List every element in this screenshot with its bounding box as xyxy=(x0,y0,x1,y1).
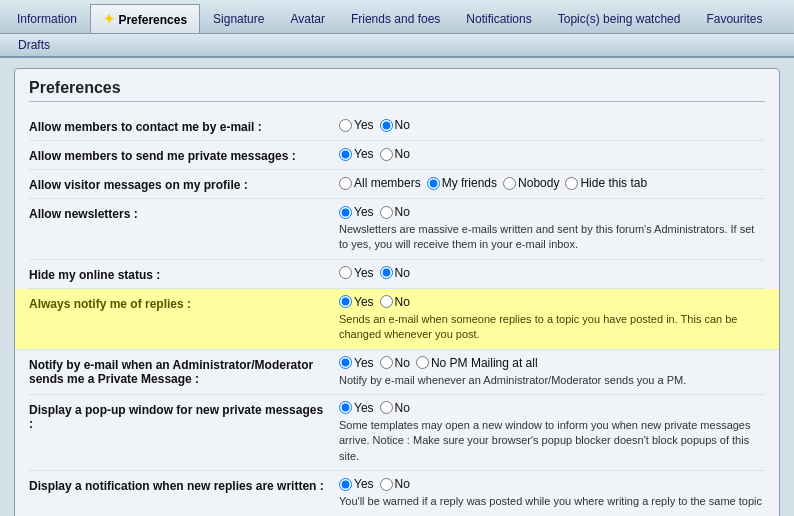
radio-group-notify-pm: Yes No No PM Mailing at all xyxy=(339,356,765,370)
pref-row-newsletters: Allow newsletters : Yes No Newsletters a… xyxy=(29,199,765,260)
tab-avatar[interactable]: Avatar xyxy=(277,5,337,32)
desc-popup-pm: Some templates may open a new window to … xyxy=(339,418,765,464)
radio-npm-nomailing[interactable]: No PM Mailing at all xyxy=(416,356,538,370)
radio-popup-yes[interactable]: Yes xyxy=(339,401,374,415)
star-icon: ✦ xyxy=(103,11,115,27)
label-private-messages: Allow members to send me private message… xyxy=(29,147,339,163)
radio-nw-yes[interactable]: Yes xyxy=(339,477,374,491)
controls-notify-replies: Yes No Sends an e-mail when someone repl… xyxy=(339,295,765,343)
controls-private-messages: Yes No xyxy=(339,147,765,161)
label-notify-writing: Display a notification when new replies … xyxy=(29,477,339,493)
tab-preferences[interactable]: ✦ Preferences xyxy=(90,4,200,33)
label-contact-email: Allow members to contact me by e-mail : xyxy=(29,118,339,134)
radio-group-private-messages: Yes No xyxy=(339,147,765,161)
radio-vm-nobody[interactable]: Nobody xyxy=(503,176,559,190)
controls-notify-writing: Yes No You'll be warned if a reply was p… xyxy=(339,477,765,509)
controls-online-status: Yes No xyxy=(339,266,765,280)
label-notify-pm: Notify by e-mail when an Administrator/M… xyxy=(29,356,339,386)
label-notify-replies: Always notify me of replies : xyxy=(29,295,339,311)
radio-popup-no[interactable]: No xyxy=(380,401,410,415)
label-newsletters: Allow newsletters : xyxy=(29,205,339,221)
radio-vm-all[interactable]: All members xyxy=(339,176,421,190)
radio-npm-no[interactable]: No xyxy=(380,356,410,370)
tab-information[interactable]: Information xyxy=(4,5,90,32)
radio-group-notify-writing: Yes No xyxy=(339,477,765,491)
radio-os-no[interactable]: No xyxy=(380,266,410,280)
preferences-title: Preferences xyxy=(29,79,765,102)
pref-row-contact-email: Allow members to contact me by e-mail : … xyxy=(29,112,765,141)
pref-row-online-status: Hide my online status : Yes No xyxy=(29,260,765,289)
tab-signature[interactable]: Signature xyxy=(200,5,277,32)
second-nav: Drafts xyxy=(0,34,794,58)
desc-notify-pm: Notify by e-mail whenever an Administrat… xyxy=(339,373,765,388)
controls-visitor-messages: All members My friends Nobody Hide this … xyxy=(339,176,765,190)
controls-contact-email: Yes No xyxy=(339,118,765,132)
tab-topics-watched[interactable]: Topic(s) being watched xyxy=(545,5,694,32)
tab-friends-foes[interactable]: Friends and foes xyxy=(338,5,453,32)
controls-newsletters: Yes No Newsletters are massive e-mails w… xyxy=(339,205,765,253)
radio-contact-email-yes[interactable]: Yes xyxy=(339,118,374,132)
label-visitor-messages: Allow visitor messages on my profile : xyxy=(29,176,339,192)
radio-pm-yes[interactable]: Yes xyxy=(339,147,374,161)
main-content: Preferences Allow members to contact me … xyxy=(0,58,794,516)
pref-row-visitor-messages: Allow visitor messages on my profile : A… xyxy=(29,170,765,199)
pref-row-notify-replies: Always notify me of replies : Yes No Sen… xyxy=(15,289,779,350)
radio-os-yes[interactable]: Yes xyxy=(339,266,374,280)
radio-vm-hide[interactable]: Hide this tab xyxy=(565,176,647,190)
desc-notify-replies: Sends an e-mail when someone replies to … xyxy=(339,312,765,343)
pref-row-popup-pm: Display a pop-up window for new private … xyxy=(29,395,765,471)
desc-notify-writing: You'll be warned if a reply was posted w… xyxy=(339,494,765,509)
radio-vm-friends[interactable]: My friends xyxy=(427,176,497,190)
label-popup-pm: Display a pop-up window for new private … xyxy=(29,401,339,431)
radio-nr-yes[interactable]: Yes xyxy=(339,295,374,309)
radio-pm-no[interactable]: No xyxy=(380,147,410,161)
radio-nl-no[interactable]: No xyxy=(380,205,410,219)
radio-npm-yes[interactable]: Yes xyxy=(339,356,374,370)
tab-favourites[interactable]: Favourites xyxy=(693,5,775,32)
controls-notify-pm: Yes No No PM Mailing at all Notify by e-… xyxy=(339,356,765,388)
controls-popup-pm: Yes No Some templates may open a new win… xyxy=(339,401,765,464)
radio-group-online-status: Yes No xyxy=(339,266,765,280)
radio-nw-no[interactable]: No xyxy=(380,477,410,491)
radio-group-newsletters: Yes No xyxy=(339,205,765,219)
radio-group-visitor-messages: All members My friends Nobody Hide this … xyxy=(339,176,765,190)
radio-contact-email-no[interactable]: No xyxy=(380,118,410,132)
pref-row-notify-pm: Notify by e-mail when an Administrator/M… xyxy=(29,350,765,395)
radio-nr-no[interactable]: No xyxy=(380,295,410,309)
preferences-panel: Preferences Allow members to contact me … xyxy=(14,68,780,516)
desc-newsletters: Newsletters are massive e-mails written … xyxy=(339,222,765,253)
pref-row-private-messages: Allow members to send me private message… xyxy=(29,141,765,170)
radio-group-popup-pm: Yes No xyxy=(339,401,765,415)
radio-group-notify-replies: Yes No xyxy=(339,295,765,309)
tab-notifications[interactable]: Notifications xyxy=(453,5,544,32)
tab-drafts[interactable]: Drafts xyxy=(8,35,60,55)
radio-group-contact-email: Yes No xyxy=(339,118,765,132)
top-nav: Information ✦ Preferences Signature Avat… xyxy=(0,0,794,34)
radio-nl-yes[interactable]: Yes xyxy=(339,205,374,219)
pref-row-notify-writing: Display a notification when new replies … xyxy=(29,471,765,516)
label-online-status: Hide my online status : xyxy=(29,266,339,282)
